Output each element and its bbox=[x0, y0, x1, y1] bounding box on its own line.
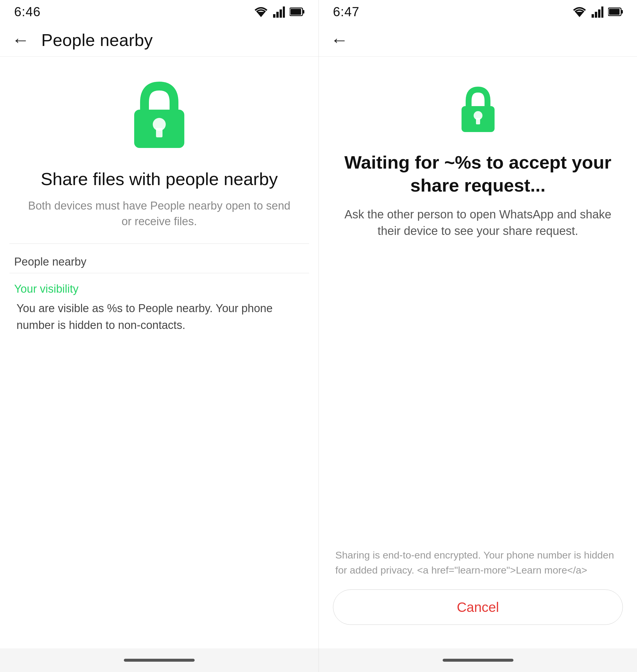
status-bar-left: 6:46 bbox=[0, 0, 318, 23]
back-button-right[interactable]: ← bbox=[328, 29, 351, 51]
svg-rect-2 bbox=[276, 12, 279, 18]
svg-rect-7 bbox=[290, 9, 301, 15]
svg-rect-14 bbox=[598, 10, 600, 18]
top-bar-right: ← bbox=[319, 23, 637, 57]
wifi-icon bbox=[254, 6, 268, 18]
bottom-note: Sharing is end-to-end encrypted. Your ph… bbox=[333, 548, 623, 578]
svg-marker-0 bbox=[257, 12, 266, 17]
lock-icon-small bbox=[319, 86, 637, 133]
waiting-title: Waiting for ~%s to accept your share req… bbox=[319, 151, 637, 197]
right-screen: 6:47 ← bbox=[318, 0, 637, 672]
visibility-title: Your visibility bbox=[0, 273, 318, 298]
main-subtext: Both devices must have People nearby ope… bbox=[0, 198, 318, 229]
main-heading: Share files with people nearby bbox=[0, 169, 318, 190]
signal-icon bbox=[273, 6, 285, 18]
svg-rect-1 bbox=[273, 14, 275, 18]
svg-rect-17 bbox=[621, 10, 623, 14]
svg-rect-15 bbox=[601, 6, 603, 18]
svg-rect-12 bbox=[592, 14, 594, 18]
page-title-left: People nearby bbox=[41, 30, 153, 50]
svg-rect-13 bbox=[595, 12, 597, 18]
content-right: Waiting for ~%s to accept your share req… bbox=[319, 57, 637, 649]
home-indicator-left bbox=[0, 649, 318, 672]
status-time-right: 6:47 bbox=[333, 4, 360, 19]
svg-rect-4 bbox=[283, 6, 285, 18]
left-screen: 6:46 ← People nearb bbox=[0, 0, 318, 672]
battery-icon-right bbox=[608, 7, 623, 17]
section-label: People nearby bbox=[0, 244, 318, 273]
svg-marker-11 bbox=[575, 12, 584, 17]
battery-icon bbox=[290, 7, 304, 17]
home-bar-left bbox=[124, 659, 195, 662]
svg-rect-18 bbox=[609, 9, 620, 15]
lock-svg-large bbox=[127, 80, 192, 151]
svg-rect-3 bbox=[279, 10, 282, 18]
bottom-section-right: Sharing is end-to-end encrypted. Your ph… bbox=[319, 548, 637, 649]
lock-icon-large bbox=[0, 80, 318, 151]
back-button-left[interactable]: ← bbox=[10, 29, 32, 51]
signal-icon-right bbox=[592, 6, 603, 18]
svg-rect-10 bbox=[156, 128, 163, 137]
svg-rect-6 bbox=[303, 10, 304, 14]
waiting-subtitle: Ask the other person to open WhatsApp an… bbox=[319, 206, 637, 239]
cancel-button-label: Cancel bbox=[457, 599, 499, 615]
lock-svg-small bbox=[457, 86, 499, 133]
top-bar-left: ← People nearby bbox=[0, 23, 318, 57]
status-time-left: 6:46 bbox=[14, 4, 41, 19]
home-indicator-right bbox=[319, 649, 637, 672]
svg-rect-21 bbox=[476, 118, 480, 124]
home-bar-right bbox=[443, 659, 513, 662]
visibility-body: You are visible as %s to People nearby. … bbox=[0, 298, 318, 343]
status-bar-right: 6:47 bbox=[319, 0, 637, 23]
status-icons-right bbox=[572, 6, 623, 18]
status-icons-left bbox=[254, 6, 304, 18]
wifi-icon-right bbox=[572, 6, 587, 18]
cancel-button[interactable]: Cancel bbox=[333, 590, 623, 625]
content-left: Share files with people nearby Both devi… bbox=[0, 57, 318, 649]
